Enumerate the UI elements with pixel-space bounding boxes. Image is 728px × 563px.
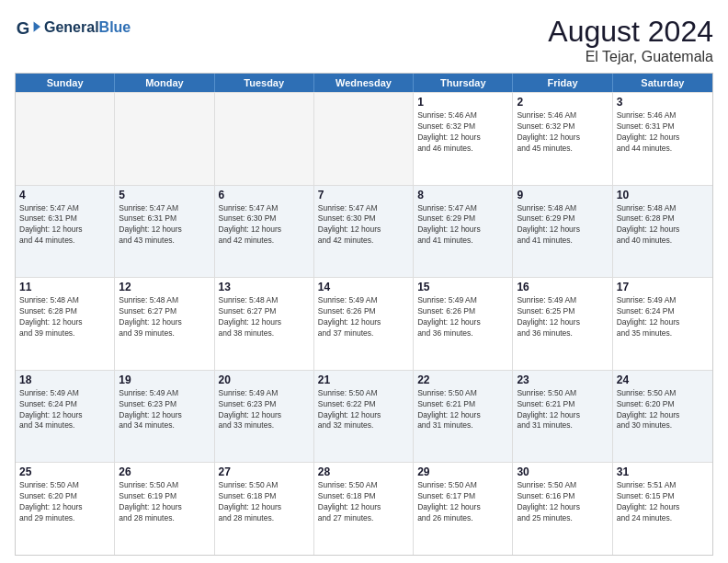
cell-date: 5 (119, 189, 210, 201)
day-cell-3: 3Sunrise: 5:46 AMSunset: 6:31 PMDaylight… (613, 93, 712, 185)
week-row-4: 18Sunrise: 5:49 AMSunset: 6:24 PMDayligh… (16, 370, 712, 463)
cell-info: Sunrise: 5:49 AMSunset: 6:26 PMDaylight:… (417, 295, 508, 339)
day-cell-24: 24Sunrise: 5:50 AMSunset: 6:20 PMDayligh… (613, 371, 712, 463)
day-cell-17: 17Sunrise: 5:49 AMSunset: 6:24 PMDayligh… (613, 278, 712, 370)
cell-info: Sunrise: 5:48 AMSunset: 6:28 PMDaylight:… (19, 295, 110, 339)
cell-date: 21 (318, 373, 409, 386)
day-header-thursday: Thursday (414, 74, 513, 92)
cell-date: 12 (119, 281, 210, 293)
week-row-2: 4Sunrise: 5:47 AMSunset: 6:31 PMDaylight… (16, 185, 712, 278)
cell-date: 17 (617, 281, 709, 293)
day-cell-25: 25Sunrise: 5:50 AMSunset: 6:20 PMDayligh… (16, 463, 115, 555)
day-cell-23: 23Sunrise: 5:50 AMSunset: 6:21 PMDayligh… (513, 371, 612, 463)
cell-info: Sunrise: 5:47 AMSunset: 6:31 PMDaylight:… (19, 203, 110, 247)
cell-info: Sunrise: 5:50 AMSunset: 6:20 PMDaylight:… (19, 480, 110, 524)
cell-date: 30 (517, 465, 608, 478)
day-cell-5: 5Sunrise: 5:47 AMSunset: 6:31 PMDaylight… (115, 186, 214, 278)
logo-text: GeneralBlue (44, 19, 131, 36)
day-cell-12: 12Sunrise: 5:48 AMSunset: 6:27 PMDayligh… (115, 278, 214, 370)
cell-date: 19 (119, 373, 210, 386)
cell-date: 20 (219, 373, 310, 386)
cell-date: 7 (318, 189, 409, 201)
day-cell-6: 6Sunrise: 5:47 AMSunset: 6:30 PMDaylight… (215, 186, 314, 278)
cell-date: 3 (617, 96, 709, 109)
cell-info: Sunrise: 5:50 AMSunset: 6:19 PMDaylight:… (119, 480, 210, 524)
cell-info: Sunrise: 5:48 AMSunset: 6:27 PMDaylight:… (219, 295, 310, 339)
cell-date: 14 (318, 281, 409, 293)
cell-info: Sunrise: 5:49 AMSunset: 6:24 PMDaylight:… (617, 295, 709, 339)
day-cell-28: 28Sunrise: 5:50 AMSunset: 6:18 PMDayligh… (314, 463, 414, 555)
day-cell-26: 26Sunrise: 5:50 AMSunset: 6:19 PMDayligh… (115, 463, 214, 555)
cell-info: Sunrise: 5:49 AMSunset: 6:23 PMDaylight:… (119, 388, 210, 432)
day-cell-18: 18Sunrise: 5:49 AMSunset: 6:24 PMDayligh… (16, 371, 115, 463)
cell-info: Sunrise: 5:46 AMSunset: 6:31 PMDaylight:… (617, 110, 709, 155)
cell-info: Sunrise: 5:49 AMSunset: 6:26 PMDaylight:… (318, 295, 409, 339)
day-cell-9: 9Sunrise: 5:48 AMSunset: 6:29 PMDaylight… (513, 186, 612, 278)
cell-info: Sunrise: 5:47 AMSunset: 6:29 PMDaylight:… (417, 203, 508, 247)
cell-info: Sunrise: 5:47 AMSunset: 6:30 PMDaylight:… (318, 203, 409, 247)
day-cell-2: 2Sunrise: 5:46 AMSunset: 6:32 PMDaylight… (513, 93, 612, 185)
cell-info: Sunrise: 5:50 AMSunset: 6:18 PMDaylight:… (219, 480, 310, 524)
cell-date: 29 (417, 465, 508, 478)
page: G GeneralBlue August 2024 El Tejar, Guat… (0, 0, 728, 563)
week-row-5: 25Sunrise: 5:50 AMSunset: 6:20 PMDayligh… (16, 462, 712, 555)
cell-info: Sunrise: 5:49 AMSunset: 6:25 PMDaylight:… (517, 295, 608, 339)
logo-area: G GeneralBlue (15, 15, 131, 40)
cell-date: 18 (19, 373, 110, 386)
day-cell-4: 4Sunrise: 5:47 AMSunset: 6:31 PMDaylight… (16, 186, 115, 278)
cell-date: 26 (119, 465, 210, 478)
cell-info: Sunrise: 5:48 AMSunset: 6:29 PMDaylight:… (517, 203, 608, 247)
calendar-title: August 2024 (548, 15, 713, 49)
day-cell-20: 20Sunrise: 5:49 AMSunset: 6:23 PMDayligh… (215, 371, 314, 463)
empty-cell (16, 93, 115, 185)
day-cell-31: 31Sunrise: 5:51 AMSunset: 6:15 PMDayligh… (613, 463, 712, 555)
calendar-subtitle: El Tejar, Guatemala (548, 49, 713, 65)
cell-info: Sunrise: 5:46 AMSunset: 6:32 PMDaylight:… (417, 110, 508, 155)
cell-info: Sunrise: 5:47 AMSunset: 6:30 PMDaylight:… (219, 203, 310, 247)
calendar-header-row: SundayMondayTuesdayWednesdayThursdayFrid… (16, 74, 712, 92)
empty-cell (314, 93, 414, 185)
day-header-sunday: Sunday (16, 74, 115, 92)
cell-date: 8 (417, 189, 508, 201)
day-header-monday: Monday (115, 74, 214, 92)
cell-date: 31 (617, 465, 709, 478)
header: G GeneralBlue August 2024 El Tejar, Guat… (15, 15, 713, 65)
day-cell-13: 13Sunrise: 5:48 AMSunset: 6:27 PMDayligh… (215, 278, 314, 370)
cell-info: Sunrise: 5:50 AMSunset: 6:18 PMDaylight:… (318, 480, 409, 524)
day-cell-14: 14Sunrise: 5:49 AMSunset: 6:26 PMDayligh… (314, 278, 414, 370)
cell-date: 28 (318, 465, 409, 478)
day-cell-16: 16Sunrise: 5:49 AMSunset: 6:25 PMDayligh… (513, 278, 612, 370)
cell-info: Sunrise: 5:50 AMSunset: 6:21 PMDaylight:… (517, 388, 608, 432)
calendar: SundayMondayTuesdayWednesdayThursdayFrid… (15, 73, 713, 556)
cell-date: 23 (517, 373, 608, 386)
logo-icon: G (15, 15, 40, 40)
cell-date: 11 (19, 281, 110, 293)
day-header-wednesday: Wednesday (314, 74, 414, 92)
day-cell-21: 21Sunrise: 5:50 AMSunset: 6:22 PMDayligh… (314, 371, 414, 463)
cell-info: Sunrise: 5:50 AMSunset: 6:16 PMDaylight:… (517, 480, 608, 524)
cell-date: 15 (417, 281, 508, 293)
cell-date: 16 (517, 281, 608, 293)
day-cell-1: 1Sunrise: 5:46 AMSunset: 6:32 PMDaylight… (414, 93, 513, 185)
day-header-tuesday: Tuesday (215, 74, 314, 92)
logo: G GeneralBlue (15, 15, 131, 40)
calendar-body: 1Sunrise: 5:46 AMSunset: 6:32 PMDaylight… (16, 92, 712, 555)
cell-info: Sunrise: 5:48 AMSunset: 6:28 PMDaylight:… (617, 203, 709, 247)
title-area: August 2024 El Tejar, Guatemala (548, 15, 713, 65)
day-cell-11: 11Sunrise: 5:48 AMSunset: 6:28 PMDayligh… (16, 278, 115, 370)
cell-info: Sunrise: 5:50 AMSunset: 6:20 PMDaylight:… (617, 388, 709, 432)
day-cell-8: 8Sunrise: 5:47 AMSunset: 6:29 PMDaylight… (414, 186, 513, 278)
cell-date: 2 (517, 96, 608, 109)
week-row-3: 11Sunrise: 5:48 AMSunset: 6:28 PMDayligh… (16, 277, 712, 370)
cell-info: Sunrise: 5:48 AMSunset: 6:27 PMDaylight:… (119, 295, 210, 339)
cell-date: 10 (617, 189, 709, 201)
cell-info: Sunrise: 5:50 AMSunset: 6:22 PMDaylight:… (318, 388, 409, 432)
cell-date: 4 (19, 189, 110, 201)
day-cell-10: 10Sunrise: 5:48 AMSunset: 6:28 PMDayligh… (613, 186, 712, 278)
svg-text:G: G (17, 18, 30, 38)
cell-info: Sunrise: 5:49 AMSunset: 6:23 PMDaylight:… (219, 388, 310, 432)
empty-cell (215, 93, 314, 185)
day-cell-30: 30Sunrise: 5:50 AMSunset: 6:16 PMDayligh… (513, 463, 612, 555)
cell-date: 22 (417, 373, 508, 386)
svg-marker-2 (34, 21, 40, 31)
